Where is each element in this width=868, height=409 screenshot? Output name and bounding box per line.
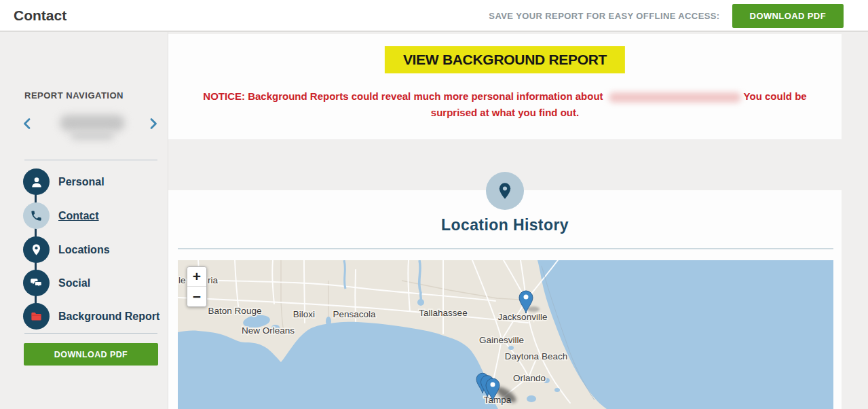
map-label-partial: le [178, 275, 186, 285]
map-canvas: le ria Baton Rouge New Orleans Biloxi Pe… [178, 260, 833, 409]
sidebar-divider [24, 160, 157, 160]
sidebar-item-label: Contact [58, 210, 99, 222]
map-label-new-orleans: New Orleans [242, 325, 295, 336]
sidebar-item-label: Personal [58, 176, 105, 188]
section-title: Location History [168, 216, 842, 234]
section-divider [178, 248, 833, 249]
sidebar-item-personal[interactable]: Personal [23, 168, 166, 195]
map-label-tallahassee: Tallahassee [419, 308, 467, 318]
zoom-in-button[interactable]: + [187, 267, 206, 287]
location-history-section: Location History [168, 190, 842, 409]
sidebar-divider [24, 333, 157, 334]
sidebar-item-locations[interactable]: Locations [23, 236, 166, 263]
map-zoom-control: + − [187, 266, 207, 307]
sidebar-item-background-report[interactable]: Background Report [23, 303, 166, 330]
chevron-right-icon[interactable] [148, 118, 159, 132]
sidebar-heading: REPORT NAVIGATION [24, 90, 124, 101]
map-label-daytona-beach: Daytona Beach [505, 351, 567, 361]
notice-text: NOTICE: Background Reports could reveal … [168, 88, 842, 121]
sidebar-item-social[interactable]: Social [23, 270, 166, 296]
report-navigation-sidebar: REPORT NAVIGATION Personal Contact [0, 32, 168, 409]
phone-icon [23, 202, 50, 229]
sidebar-item-label: Social [58, 277, 90, 289]
sidebar-item-label: Background Report [58, 310, 159, 323]
chevron-left-icon[interactable] [22, 118, 33, 132]
chat-bubbles-icon [23, 270, 50, 296]
map-label-baton-rouge: Baton Rouge [208, 306, 262, 316]
top-header: Contact SAVE YOUR REPORT FOR EASY OFFLIN… [0, 0, 868, 32]
sidebar-item-label: Locations [58, 244, 110, 256]
map-label-orlando: Orlando [513, 373, 546, 383]
notice-line1-after: You could be [744, 90, 807, 102]
redacted-name-blur [609, 92, 741, 103]
save-report-prompt: SAVE YOUR REPORT FOR EASY OFFLINE ACCESS… [489, 11, 719, 21]
map-label-partial: ria [208, 275, 218, 285]
location-pin-badge-icon [486, 172, 524, 210]
map-label-gainesville: Gainesville [479, 335, 524, 345]
redacted-subject-name-line2 [71, 131, 114, 140]
notice-line1-before: NOTICE: Background Reports could reveal … [203, 90, 603, 102]
redacted-subject-name [60, 115, 125, 131]
sidebar-item-contact[interactable]: Contact [23, 202, 166, 229]
view-background-report-button[interactable]: VIEW BACKGROUND REPORT [385, 46, 625, 73]
download-pdf-button-sidebar[interactable]: DOWNLOAD PDF [24, 343, 158, 366]
zoom-out-button[interactable]: − [187, 287, 206, 306]
folder-icon [23, 303, 50, 330]
report-page: Contact SAVE YOUR REPORT FOR EASY OFFLIN… [0, 0, 868, 409]
map-label-pensacola: Pensacola [333, 309, 376, 319]
map-label-jacksonville: Jacksonville [498, 312, 548, 322]
notice-line2: surprised at what you find out. [431, 107, 579, 118]
header-actions: SAVE YOUR REPORT FOR EASY OFFLINE ACCESS… [489, 0, 844, 32]
page-title: Contact [14, 0, 67, 31]
download-pdf-button-header[interactable]: DOWNLOAD PDF [732, 4, 844, 28]
location-history-map[interactable]: le ria Baton Rouge New Orleans Biloxi Pe… [178, 260, 833, 409]
map-pin-icon [23, 236, 50, 263]
background-report-cta-section: VIEW BACKGROUND REPORT NOTICE: Backgroun… [168, 34, 842, 139]
map-label-biloxi: Biloxi [293, 309, 315, 319]
person-icon [23, 168, 50, 195]
marker-shadow [527, 306, 540, 312]
